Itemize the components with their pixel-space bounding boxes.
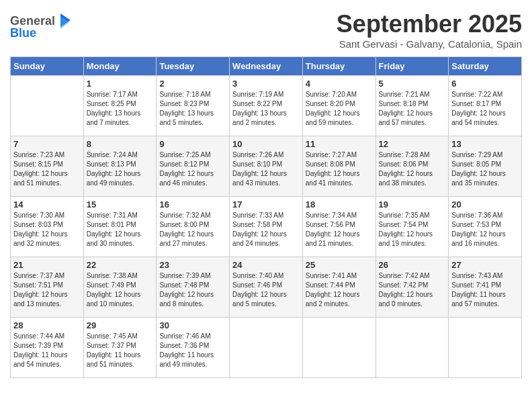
title-area: September 2025 Sant Gervasi - Galvany, C… — [337, 10, 522, 50]
calendar-table: SundayMondayTuesdayWednesdayThursdayFrid… — [10, 56, 522, 378]
header-row: SundayMondayTuesdayWednesdayThursdayFrid… — [11, 57, 522, 76]
day-number: 11 — [306, 139, 373, 149]
week-row-5: 28Sunrise: 7:44 AM Sunset: 7:39 PM Dayli… — [11, 318, 522, 378]
day-number: 14 — [13, 199, 81, 210]
day-number: 3 — [232, 79, 300, 89]
day-info: Sunrise: 7:35 AM Sunset: 7:54 PM Dayligh… — [379, 211, 446, 248]
day-info: Sunrise: 7:43 AM Sunset: 7:41 PM Dayligh… — [451, 271, 519, 309]
day-number: 22 — [87, 260, 154, 270]
day-cell: 11Sunrise: 7:27 AM Sunset: 8:08 PM Dayli… — [302, 136, 375, 197]
week-row-4: 21Sunrise: 7:37 AM Sunset: 7:51 PM Dayli… — [11, 257, 522, 318]
day-cell: 4Sunrise: 7:20 AM Sunset: 8:20 PM Daylig… — [302, 76, 375, 136]
month-title: September 2025 — [337, 10, 522, 38]
header-cell-saturday: Saturday — [449, 57, 522, 76]
day-cell: 19Sunrise: 7:35 AM Sunset: 7:54 PM Dayli… — [375, 197, 449, 257]
day-info: Sunrise: 7:44 AM Sunset: 7:39 PM Dayligh… — [13, 332, 81, 369]
day-info: Sunrise: 7:28 AM Sunset: 8:06 PM Dayligh… — [379, 150, 446, 188]
day-cell — [230, 318, 303, 378]
day-number: 8 — [87, 139, 154, 149]
day-number: 16 — [159, 199, 226, 210]
day-info: Sunrise: 7:30 AM Sunset: 8:03 PM Dayligh… — [13, 211, 81, 248]
day-info: Sunrise: 7:26 AM Sunset: 8:10 PM Dayligh… — [232, 150, 300, 188]
day-info: Sunrise: 7:31 AM Sunset: 8:01 PM Dayligh… — [87, 211, 154, 248]
day-info: Sunrise: 7:38 AM Sunset: 7:49 PM Dayligh… — [87, 271, 154, 309]
logo: General Blue — [10, 10, 71, 40]
page-header: General Blue September 2025 Sant Gervasi… — [10, 10, 522, 50]
day-number: 2 — [159, 79, 226, 89]
header-cell-wednesday: Wednesday — [230, 57, 303, 76]
day-info: Sunrise: 7:33 AM Sunset: 7:58 PM Dayligh… — [232, 211, 300, 248]
day-number: 25 — [306, 260, 373, 270]
day-info: Sunrise: 7:36 AM Sunset: 7:53 PM Dayligh… — [451, 211, 519, 248]
day-cell: 15Sunrise: 7:31 AM Sunset: 8:01 PM Dayli… — [83, 197, 157, 257]
day-cell: 26Sunrise: 7:42 AM Sunset: 7:42 PM Dayli… — [375, 257, 449, 318]
day-cell: 1Sunrise: 7:17 AM Sunset: 8:25 PM Daylig… — [83, 76, 157, 136]
header-cell-thursday: Thursday — [302, 57, 375, 76]
day-number: 29 — [87, 320, 154, 330]
day-cell: 16Sunrise: 7:32 AM Sunset: 8:00 PM Dayli… — [157, 197, 230, 257]
day-number: 20 — [451, 199, 519, 210]
day-info: Sunrise: 7:24 AM Sunset: 8:13 PM Dayligh… — [87, 150, 154, 188]
day-cell: 27Sunrise: 7:43 AM Sunset: 7:41 PM Dayli… — [449, 257, 522, 318]
day-number: 30 — [159, 320, 226, 330]
day-cell: 24Sunrise: 7:40 AM Sunset: 7:46 PM Dayli… — [230, 257, 303, 318]
day-cell: 17Sunrise: 7:33 AM Sunset: 7:58 PM Dayli… — [230, 197, 303, 257]
day-cell: 30Sunrise: 7:46 AM Sunset: 7:36 PM Dayli… — [157, 318, 230, 378]
day-info: Sunrise: 7:22 AM Sunset: 8:17 PM Dayligh… — [451, 90, 519, 128]
day-info: Sunrise: 7:23 AM Sunset: 8:15 PM Dayligh… — [13, 150, 81, 188]
calendar-header: SundayMondayTuesdayWednesdayThursdayFrid… — [11, 57, 522, 76]
header-cell-sunday: Sunday — [11, 57, 84, 76]
day-number: 4 — [306, 79, 373, 89]
week-row-1: 1Sunrise: 7:17 AM Sunset: 8:25 PM Daylig… — [11, 76, 522, 136]
day-number: 17 — [232, 199, 300, 210]
location-subtitle: Sant Gervasi - Galvany, Catalonia, Spain — [337, 38, 522, 50]
header-cell-monday: Monday — [83, 57, 157, 76]
day-cell: 21Sunrise: 7:37 AM Sunset: 7:51 PM Dayli… — [11, 257, 84, 318]
day-number: 26 — [379, 260, 446, 270]
day-cell: 2Sunrise: 7:18 AM Sunset: 8:23 PM Daylig… — [157, 76, 230, 136]
header-cell-tuesday: Tuesday — [157, 57, 230, 76]
day-cell: 10Sunrise: 7:26 AM Sunset: 8:10 PM Dayli… — [230, 136, 303, 197]
day-cell: 14Sunrise: 7:30 AM Sunset: 8:03 PM Dayli… — [11, 197, 84, 257]
day-cell — [375, 318, 449, 378]
day-number: 12 — [379, 139, 446, 149]
day-cell: 28Sunrise: 7:44 AM Sunset: 7:39 PM Dayli… — [11, 318, 84, 378]
day-info: Sunrise: 7:18 AM Sunset: 8:23 PM Dayligh… — [159, 90, 226, 128]
day-info: Sunrise: 7:40 AM Sunset: 7:46 PM Dayligh… — [232, 271, 300, 309]
day-number: 5 — [379, 79, 446, 89]
day-number: 7 — [13, 139, 81, 149]
day-cell: 5Sunrise: 7:21 AM Sunset: 8:18 PM Daylig… — [375, 76, 449, 136]
day-info: Sunrise: 7:17 AM Sunset: 8:25 PM Dayligh… — [87, 90, 154, 128]
day-number: 18 — [306, 199, 373, 210]
day-info: Sunrise: 7:46 AM Sunset: 7:36 PM Dayligh… — [159, 332, 226, 369]
day-cell — [449, 318, 522, 378]
day-info: Sunrise: 7:39 AM Sunset: 7:48 PM Dayligh… — [159, 271, 226, 309]
day-info: Sunrise: 7:20 AM Sunset: 8:20 PM Dayligh… — [306, 90, 373, 128]
day-number: 21 — [13, 260, 81, 270]
day-number: 19 — [379, 199, 446, 210]
day-info: Sunrise: 7:19 AM Sunset: 8:22 PM Dayligh… — [232, 90, 300, 128]
day-cell: 6Sunrise: 7:22 AM Sunset: 8:17 PM Daylig… — [449, 76, 522, 136]
day-number: 6 — [451, 79, 519, 89]
day-cell: 8Sunrise: 7:24 AM Sunset: 8:13 PM Daylig… — [83, 136, 157, 197]
day-number: 23 — [159, 260, 226, 270]
day-info: Sunrise: 7:41 AM Sunset: 7:44 PM Dayligh… — [306, 271, 373, 309]
day-cell: 12Sunrise: 7:28 AM Sunset: 8:06 PM Dayli… — [375, 136, 449, 197]
day-info: Sunrise: 7:27 AM Sunset: 8:08 PM Dayligh… — [306, 150, 373, 188]
day-cell: 3Sunrise: 7:19 AM Sunset: 8:22 PM Daylig… — [230, 76, 303, 136]
logo-icon: General Blue — [10, 10, 71, 40]
day-cell — [11, 76, 84, 136]
day-cell: 13Sunrise: 7:29 AM Sunset: 8:05 PM Dayli… — [449, 136, 522, 197]
day-number: 15 — [87, 199, 154, 210]
header-cell-friday: Friday — [375, 57, 449, 76]
svg-text:Blue: Blue — [10, 26, 36, 40]
svg-text:General: General — [10, 14, 55, 28]
day-number: 28 — [13, 320, 81, 330]
day-cell: 25Sunrise: 7:41 AM Sunset: 7:44 PM Dayli… — [302, 257, 375, 318]
week-row-3: 14Sunrise: 7:30 AM Sunset: 8:03 PM Dayli… — [11, 197, 522, 257]
day-info: Sunrise: 7:21 AM Sunset: 8:18 PM Dayligh… — [379, 90, 446, 128]
day-info: Sunrise: 7:34 AM Sunset: 7:56 PM Dayligh… — [306, 211, 373, 248]
day-number: 13 — [451, 139, 519, 149]
day-number: 9 — [159, 139, 226, 149]
week-row-2: 7Sunrise: 7:23 AM Sunset: 8:15 PM Daylig… — [11, 136, 522, 197]
